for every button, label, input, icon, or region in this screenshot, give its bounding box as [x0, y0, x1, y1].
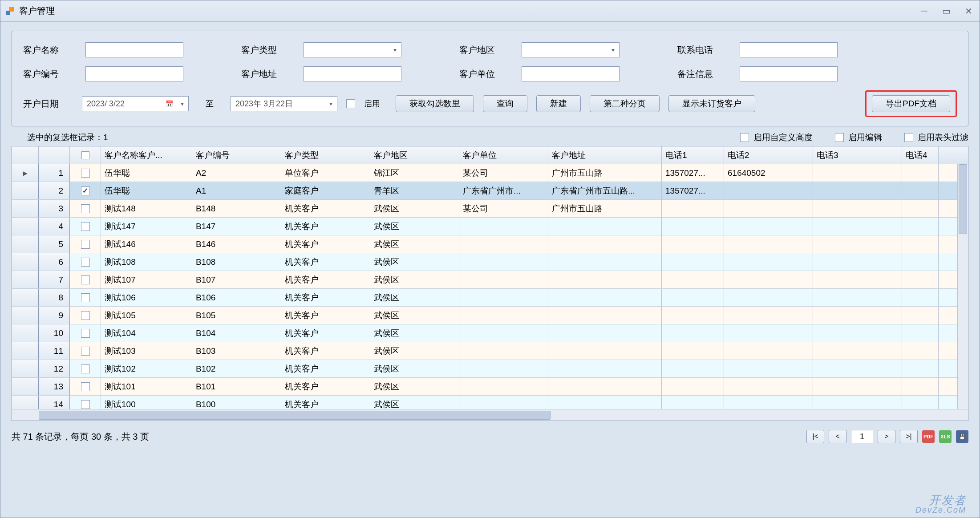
- row-checkbox[interactable]: [81, 293, 90, 302]
- cell-code[interactable]: B104: [192, 324, 281, 342]
- row-checkbox-cell[interactable]: [70, 253, 101, 271]
- cell-addr[interactable]: [548, 324, 662, 342]
- minimize-icon[interactable]: ─: [919, 7, 930, 16]
- row-checkbox-cell[interactable]: [70, 396, 101, 409]
- cell-tel4[interactable]: [902, 378, 939, 395]
- cell-region[interactable]: 武侯区: [370, 289, 459, 306]
- select-type[interactable]: [304, 42, 401, 57]
- cell-addr[interactable]: [548, 271, 662, 288]
- table-row[interactable]: 6测试108B108机关客户武侯区: [12, 253, 968, 271]
- cell-tel3[interactable]: [813, 378, 902, 395]
- cell-tel2[interactable]: [724, 360, 813, 377]
- cell-tel1[interactable]: [662, 253, 724, 271]
- table-row[interactable]: 8测试106B106机关客户武侯区: [12, 289, 968, 307]
- row-checkbox[interactable]: [81, 364, 90, 373]
- cell-tel4[interactable]: [902, 253, 939, 271]
- col-tel1[interactable]: 电话1: [662, 146, 724, 164]
- cell-unit[interactable]: [459, 271, 548, 288]
- table-row[interactable]: 9测试105B105机关客户武侯区: [12, 307, 968, 324]
- cell-type[interactable]: 机关客户: [281, 378, 370, 395]
- cell-tel3[interactable]: [813, 324, 902, 342]
- cell-code[interactable]: B101: [192, 378, 281, 395]
- col-tel3[interactable]: 电话3: [813, 146, 902, 164]
- cell-tel1[interactable]: [662, 307, 724, 324]
- cell-code[interactable]: B106: [192, 289, 281, 306]
- row-checkbox[interactable]: [81, 204, 90, 213]
- checkbox-header-filter[interactable]: [904, 133, 913, 142]
- table-row[interactable]: 7测试107B107机关客户武侯区: [12, 271, 968, 289]
- cell-name[interactable]: 测试103: [101, 342, 192, 360]
- row-checkbox[interactable]: [81, 258, 90, 267]
- cell-unit[interactable]: [459, 235, 548, 253]
- input-code[interactable]: [85, 66, 183, 81]
- cell-tel4[interactable]: [902, 396, 939, 409]
- cell-type[interactable]: 机关客户: [281, 253, 370, 271]
- row-checkbox-cell[interactable]: [70, 324, 101, 342]
- cell-tel1[interactable]: [662, 342, 724, 360]
- date-to[interactable]: 2023年 3月22日: [231, 96, 337, 111]
- cell-type[interactable]: 机关客户: [281, 235, 370, 253]
- cell-addr[interactable]: [548, 378, 662, 395]
- close-icon[interactable]: ✕: [963, 7, 974, 16]
- btn-show-unordered[interactable]: 显示未订货客户: [668, 95, 755, 112]
- cell-tel3[interactable]: [813, 360, 902, 377]
- col-unit[interactable]: 客户单位: [459, 146, 548, 164]
- btn-get-checked[interactable]: 获取勾选数里: [396, 95, 474, 112]
- cell-tel2[interactable]: [724, 289, 813, 306]
- cell-addr[interactable]: [548, 253, 662, 271]
- cell-tel1[interactable]: [662, 396, 724, 409]
- cell-tel4[interactable]: [902, 360, 939, 377]
- vertical-scrollbar[interactable]: [957, 164, 968, 409]
- cell-tel3[interactable]: [813, 235, 902, 253]
- cell-region[interactable]: 武侯区: [370, 307, 459, 324]
- cell-type[interactable]: 机关客户: [281, 342, 370, 360]
- cell-unit[interactable]: [459, 360, 548, 377]
- cell-name[interactable]: 测试100: [101, 396, 192, 409]
- cell-tel2[interactable]: [724, 324, 813, 342]
- cell-name[interactable]: 测试108: [101, 253, 192, 271]
- cell-code[interactable]: B108: [192, 253, 281, 271]
- cell-name[interactable]: 测试147: [101, 218, 192, 235]
- pager-last[interactable]: >|: [900, 430, 918, 443]
- export-pdf-icon[interactable]: PDF: [922, 430, 935, 443]
- cell-region[interactable]: 武侯区: [370, 271, 459, 288]
- cell-tel4[interactable]: [902, 235, 939, 253]
- col-addr[interactable]: 客户地址: [548, 146, 662, 164]
- input-phone[interactable]: [740, 42, 838, 57]
- cell-addr[interactable]: 广东省广州市五山路...: [548, 182, 662, 199]
- row-checkbox[interactable]: [81, 240, 90, 249]
- row-checkbox-cell[interactable]: [70, 378, 101, 395]
- row-checkbox[interactable]: [81, 347, 90, 356]
- cell-tel3[interactable]: [813, 271, 902, 288]
- cell-name[interactable]: 测试101: [101, 378, 192, 395]
- cell-tel2[interactable]: [724, 396, 813, 409]
- cell-tel3[interactable]: [813, 307, 902, 324]
- cell-addr[interactable]: [548, 307, 662, 324]
- pager-prev[interactable]: <: [829, 430, 846, 443]
- cell-tel2[interactable]: [724, 253, 813, 271]
- row-checkbox[interactable]: [81, 186, 90, 195]
- cell-addr[interactable]: [548, 218, 662, 235]
- cell-tel1[interactable]: [662, 235, 724, 253]
- cell-code[interactable]: B147: [192, 218, 281, 235]
- cell-tel1[interactable]: [662, 200, 724, 217]
- header-checkbox-icon[interactable]: [81, 151, 89, 159]
- cell-tel2[interactable]: [724, 342, 813, 360]
- cell-unit[interactable]: [459, 253, 548, 271]
- cell-code[interactable]: A2: [192, 164, 281, 182]
- cell-tel1[interactable]: [662, 378, 724, 395]
- cell-tel3[interactable]: [813, 200, 902, 217]
- cell-unit[interactable]: [459, 378, 548, 395]
- cell-addr[interactable]: [548, 360, 662, 377]
- cell-code[interactable]: B102: [192, 360, 281, 377]
- cell-code[interactable]: B103: [192, 342, 281, 360]
- cell-name[interactable]: 测试107: [101, 271, 192, 288]
- cell-tel1[interactable]: [662, 289, 724, 306]
- cell-tel3[interactable]: [813, 289, 902, 306]
- row-checkbox-cell[interactable]: [70, 200, 101, 217]
- cell-name[interactable]: 测试106: [101, 289, 192, 306]
- cell-region[interactable]: 武侯区: [370, 235, 459, 253]
- cell-tel2[interactable]: 61640502: [724, 164, 813, 182]
- cell-tel2[interactable]: [724, 307, 813, 324]
- cell-name[interactable]: 伍华聪: [101, 182, 192, 199]
